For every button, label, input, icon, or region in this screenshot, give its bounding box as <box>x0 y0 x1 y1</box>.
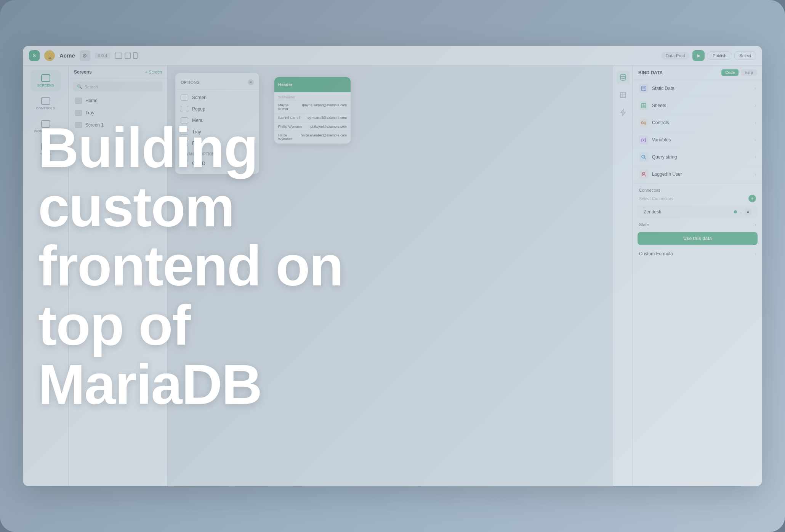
phone-row-1: Mayna Kumar mayna.kumar@example.com <box>274 101 351 114</box>
tray-option-label: Tray <box>192 129 201 135</box>
controls-icon <box>41 97 50 105</box>
bind-data-title: BIND DATA <box>638 70 663 75</box>
zendesk-settings-icon[interactable]: ⚙ <box>745 208 751 215</box>
use-data-button[interactable]: Use this data <box>638 232 758 245</box>
add-connector-button[interactable]: + <box>748 195 756 202</box>
bind-loggedin-user[interactable]: LoggedIn User › <box>633 166 762 183</box>
select-button[interactable]: Select <box>734 51 756 60</box>
crud-option-icon <box>181 160 188 167</box>
sidebar-item-workflows[interactable]: WORKFLOWS <box>30 116 61 137</box>
workflows-icon <box>41 120 50 128</box>
gear-icon: ⚙ <box>80 50 90 61</box>
bind-controls-left: Controls <box>639 118 669 127</box>
sidebar-item-screens[interactable]: SCREENS <box>30 70 61 91</box>
controls-label: Controls <box>652 120 669 125</box>
mobile-icon <box>133 52 138 59</box>
query-label: Query string <box>652 154 677 160</box>
screens-search[interactable]: 🔍 Search <box>73 82 163 91</box>
tablet-icon <box>125 53 131 59</box>
query-bind-icon <box>639 152 648 162</box>
phone-cell-email-3: philwym@example.com <box>311 125 347 128</box>
bind-sheets[interactable]: Sheets › <box>633 97 762 114</box>
help-button[interactable]: Help <box>741 69 757 76</box>
custom-formula-row[interactable]: Custom Formula › <box>633 248 762 260</box>
controls-chevron: › <box>755 120 756 125</box>
publish-button[interactable]: Publish <box>708 51 731 60</box>
canvas-area: OPTIONS ✕ Screen Popup <box>168 66 613 486</box>
topbar-right: Data Prod ▶ Publish Select <box>661 50 756 61</box>
bind-data-header: BIND DATA Code Help <box>633 66 762 80</box>
custom-formula-chevron: › <box>755 251 756 256</box>
lightning-icon[interactable] <box>617 106 630 119</box>
popup-option-icon <box>181 106 188 112</box>
bind-static-data[interactable]: Static Data › <box>633 80 762 97</box>
menu-option-label: Menu <box>192 118 203 123</box>
settings-icon-glyph: ⚙ <box>747 210 750 214</box>
right-icons-bar <box>613 66 633 486</box>
tray-label: Tray <box>85 110 95 115</box>
background-ui: S 🏆 Acme ⚙ 0.0.4 Data Prod ▶ Publish <box>0 0 785 532</box>
zendesk-status-dot <box>734 210 737 213</box>
crud-option-label: CRUD <box>192 161 205 166</box>
zendesk-controls: ⌄ ⚙ <box>734 208 751 215</box>
phone-header-text: Header <box>278 82 292 87</box>
phone-row-3: Phillip Wymann philwym@example.com <box>274 122 351 131</box>
desktop-icon <box>115 53 122 59</box>
screen-item-screen1[interactable]: Screen 1 <box>69 119 167 131</box>
search-icon: 🔍 <box>77 84 82 89</box>
zendesk-row[interactable]: Zendesk ⌄ ⚙ <box>638 205 758 218</box>
workflows-label: WORKFLOWS <box>34 129 57 133</box>
custom-formula-label: Custom Formula <box>639 251 673 256</box>
home-label: Home <box>85 98 98 103</box>
option-folder[interactable]: Folder <box>175 138 259 149</box>
main-content: SCREENS CONTROLS WORKFLOWS RULES <box>23 66 762 486</box>
sheets-chevron: › <box>755 103 756 108</box>
bind-query-string[interactable]: Query string › <box>633 149 762 166</box>
sidebar-item-controls[interactable]: CONTROLS <box>30 93 61 114</box>
phone-cell-name-3: Phillip Wymann <box>278 125 308 128</box>
options-modal: OPTIONS ✕ Screen Popup <box>175 73 259 174</box>
state-chevron: › <box>755 222 756 227</box>
svg-rect-1 <box>620 92 626 98</box>
screen-item-home[interactable]: Home <box>69 95 167 107</box>
sidebar-item-rules[interactable]: RULES <box>30 139 61 160</box>
close-button[interactable]: ✕ <box>248 79 254 85</box>
option-crud[interactable]: CRUD <box>175 158 259 169</box>
search-placeholder: Search <box>85 85 98 89</box>
play-button[interactable]: ▶ <box>692 50 705 61</box>
version-label: 0.0.4 <box>95 53 110 59</box>
bind-variables[interactable]: {x} Variables › <box>633 131 762 149</box>
phone-cell-name-2: Samrol Carroll <box>278 116 304 120</box>
select-connectors-label: Select Connectors <box>639 196 673 201</box>
bind-static-data-left: Static Data <box>639 84 674 93</box>
left-sidebar: SCREENS CONTROLS WORKFLOWS RULES <box>23 66 69 486</box>
bind-sheets-left: Sheets <box>639 101 666 110</box>
advance-options-label: ADVANCE OPTIONS <box>175 149 259 158</box>
bind-query-left: Query string <box>639 152 677 162</box>
bind-controls[interactable]: Controls › <box>633 114 762 131</box>
sheets-icon[interactable] <box>617 88 630 101</box>
rules-label: RULES <box>40 152 51 156</box>
screens-panel-title: Screens <box>74 69 92 75</box>
connectors-label: Connectors <box>639 188 660 192</box>
main-card: S 🏆 Acme ⚙ 0.0.4 Data Prod ▶ Publish <box>0 0 785 532</box>
bind-loggedin-left: LoggedIn User <box>639 170 682 179</box>
topbar: S 🏆 Acme ⚙ 0.0.4 Data Prod ▶ Publish <box>23 46 762 66</box>
add-screen-button[interactable]: + Screen <box>145 70 162 74</box>
data-icon[interactable] <box>617 71 630 84</box>
folder-option-label: Folder <box>192 141 205 146</box>
screen-option-icon <box>181 95 188 101</box>
option-tray[interactable]: Tray <box>175 126 259 138</box>
svg-rect-9 <box>641 103 646 108</box>
option-menu[interactable]: Menu <box>175 115 259 126</box>
controls-bind-icon <box>639 118 648 127</box>
screen-item-tray[interactable]: Tray <box>69 107 167 119</box>
sheets-bind-icon <box>639 101 648 110</box>
option-screen[interactable]: Screen <box>175 92 259 103</box>
query-chevron: › <box>755 154 756 160</box>
data-pill: Data Prod <box>661 52 690 59</box>
code-button[interactable]: Code <box>721 69 739 76</box>
option-popup[interactable]: Popup <box>175 103 259 115</box>
plus-icon: + <box>751 196 754 201</box>
static-data-icon <box>639 84 648 93</box>
